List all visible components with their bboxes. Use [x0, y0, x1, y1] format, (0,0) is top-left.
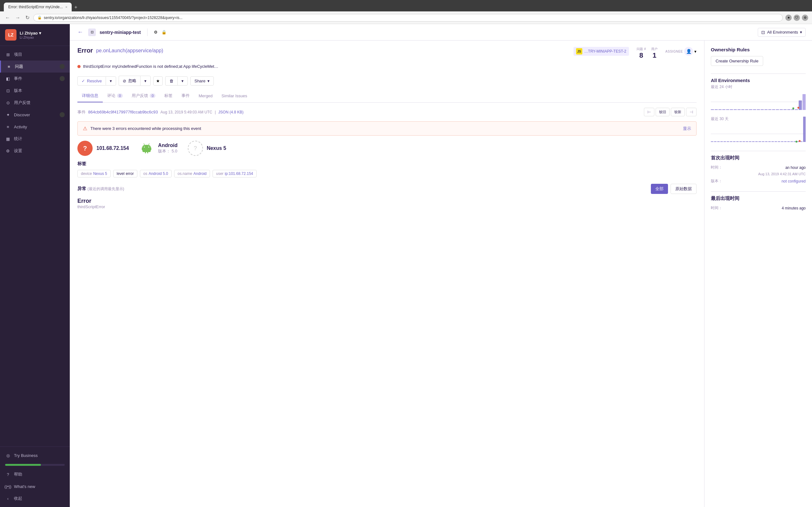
sidebar-item-discover[interactable]: ✦ Discover [0, 109, 70, 121]
first-seen-section: 首次出现时间 时间： an hour ago Aug 13, 2019 4:42… [711, 155, 806, 184]
bar [753, 109, 756, 110]
lock-icon[interactable]: 🔒 [161, 30, 166, 35]
nav-older-button[interactable]: 较旧 [656, 108, 670, 116]
exception-header: 异常 (最近的调用最先显示) 全部 原始数据 [78, 184, 697, 194]
toolbar-icons: ★ 🛡 ⚙ [785, 14, 808, 21]
back-button[interactable]: ← [4, 14, 11, 22]
last-seen-section: 最后出现时间 时间： 4 minutes ago [711, 195, 806, 211]
sidebar-progress [5, 464, 65, 466]
version-label: 版本： [711, 178, 722, 184]
reload-button[interactable]: ↻ [24, 13, 31, 22]
events-icon: ◧ [5, 76, 11, 81]
bar [745, 109, 748, 110]
nav-oldest-button[interactable]: ⊢ [644, 108, 654, 116]
all-button[interactable]: 全部 [651, 184, 668, 194]
projects-icon: ⊞ [5, 52, 11, 57]
sidebar-item-help-label: 帮助 [14, 471, 22, 477]
releases-icon: ⊡ [5, 88, 11, 94]
warning-left: ⚠ There were 3 errors encountered while … [83, 125, 201, 131]
bar [762, 141, 764, 142]
sidebar-item-try-business[interactable]: ◎ Try Business [0, 449, 70, 461]
bookmark-button[interactable]: ★ [153, 76, 163, 86]
sidebar-item-issues[interactable]: ≡ 问题 [0, 60, 70, 72]
error-label: Error [78, 47, 93, 54]
delete-button[interactable]: 🗑 [165, 76, 177, 86]
sidebar-item-help[interactable]: ? 帮助 [0, 468, 70, 481]
platform-name: Android [158, 143, 177, 148]
url-bar[interactable]: 🔒 sentry.io/organizations/li-zhiyao/issu… [33, 14, 783, 21]
tab-user-feedback[interactable]: 用户反馈 0 [127, 90, 160, 102]
platform-version: 版本： 5.0 [158, 148, 177, 154]
new-tab-button[interactable]: + [72, 3, 80, 11]
event-count-label: 问题 # [637, 47, 646, 51]
bar [711, 141, 713, 142]
bar [774, 141, 777, 142]
event-count-block: 问题 # 8 [637, 47, 646, 60]
settings-gear-icon[interactable]: ⚙ [154, 30, 158, 35]
user-count-label: 用户 [651, 47, 658, 51]
whats-new-icon: ((•)) [5, 484, 11, 489]
sidebar: LZ Li Zhiyao ▾ Li Zhiyao ⊞ 项目 ≡ 问题 ◧ [0, 24, 70, 507]
event-nav: ⊢ 较旧 较新 ⊣ [644, 108, 697, 116]
svg-rect-3 [150, 147, 151, 150]
sidebar-item-stats[interactable]: ▦ 统计 [0, 133, 70, 145]
assignee-icon[interactable]: 👤 [684, 47, 693, 56]
bar [783, 109, 786, 110]
sidebar-item-collapse[interactable]: ‹ 收起 [0, 493, 70, 504]
issues-badge [60, 64, 65, 69]
create-ownership-rule-button[interactable]: Create Ownership Rule [711, 56, 763, 66]
sidebar-item-activity[interactable]: ≡ Activity [0, 121, 70, 133]
first-seen-time-label: 时间： [711, 165, 722, 170]
tab-close-icon[interactable]: × [65, 5, 67, 9]
event-id-link[interactable]: 864cb69b4c9f4179977f8ccab9bc6c93 [88, 110, 158, 114]
svg-point-6 [144, 147, 145, 148]
exception-title: 异常 [78, 186, 86, 191]
issue-badge: JS …TRY-MINIAPP-TEST-2 [573, 47, 629, 56]
nav-newer-button[interactable]: 较新 [671, 108, 685, 116]
tab-similar[interactable]: Similar Issues [217, 90, 252, 102]
event-info: 事件 864cb69b4c9f4179977f8ccab9bc6c93 Aug … [78, 109, 244, 115]
comments-count: 0 [117, 94, 123, 98]
sidebar-item-user-feedback[interactable]: ⊙ 用户反馈 [0, 97, 70, 109]
environment-selector[interactable]: ⊡ All Environments ▾ [758, 28, 806, 37]
event-json-link[interactable]: JSON (4.8 KB) [218, 110, 243, 114]
sidebar-item-whats-new[interactable]: ((•)) What's new [0, 481, 70, 493]
resolve-button[interactable]: ✓ Resolve [78, 76, 106, 86]
ignore-dropdown-button[interactable]: ▾ [140, 76, 151, 86]
bar-last [803, 117, 806, 142]
resolve-dropdown-button[interactable]: ▾ [106, 76, 116, 86]
nav-newest-button[interactable]: ⊣ [686, 108, 697, 116]
sidebar-item-projects[interactable]: ⊞ 项目 [0, 49, 70, 60]
show-errors-button[interactable]: 显示 [683, 126, 691, 131]
delete-dropdown-button[interactable]: ▾ [177, 76, 188, 86]
tab-comments[interactable]: 评论 0 [103, 90, 127, 102]
extension-icon[interactable]: ⚙ [802, 14, 808, 21]
user-feedback-count: 0 [150, 94, 155, 98]
raw-data-button[interactable]: 原始数据 [670, 184, 697, 194]
sidebar-item-settings[interactable]: ⚙ 设置 [0, 145, 70, 157]
bar [752, 141, 755, 142]
bar [791, 109, 794, 110]
ignore-button[interactable]: ⊘ 忽略 [119, 76, 140, 86]
tab-merged[interactable]: Merged [194, 90, 217, 102]
active-tab[interactable]: Error: thirdScriptError myUnde... × [4, 3, 72, 11]
activity-icon: ≡ [5, 124, 11, 130]
svg-rect-2 [142, 147, 143, 150]
sidebar-item-releases[interactable]: ⊡ 版本 [0, 84, 70, 97]
bar [738, 109, 741, 110]
tab-details[interactable]: 详细信息 [78, 90, 103, 102]
sidebar-item-issues-label: 问题 [15, 64, 23, 69]
tab-tags[interactable]: 标签 [160, 90, 177, 102]
android-icon [139, 141, 154, 156]
tab-events[interactable]: 事件 [177, 90, 194, 102]
bookmark-icon[interactable]: ★ [785, 14, 792, 21]
assignee-dropdown-icon[interactable]: ▾ [694, 49, 697, 54]
share-button[interactable]: Share ▾ [190, 76, 214, 86]
org-name[interactable]: Li Zhiyao ▾ [20, 31, 41, 36]
shield-icon[interactable]: 🛡 [794, 14, 800, 21]
sidebar-item-events[interactable]: ◧ 事件 [0, 72, 70, 84]
bar [741, 109, 745, 110]
first-seen-time-row: 时间： an hour ago [711, 165, 806, 170]
forward-button[interactable]: → [14, 14, 21, 22]
back-button[interactable]: ← [76, 27, 84, 37]
